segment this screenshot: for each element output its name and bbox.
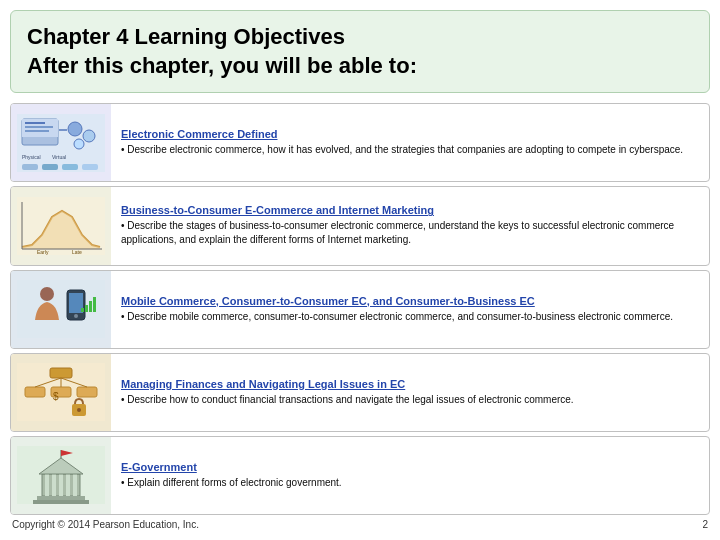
svg-rect-5 — [25, 130, 49, 132]
svg-text:$: $ — [53, 391, 59, 402]
svg-rect-51 — [33, 500, 89, 504]
objective-title-5: E-Government — [121, 461, 699, 473]
svg-rect-47 — [66, 474, 70, 496]
objective-desc-2: • Describe the stages of business-to-con… — [121, 219, 699, 247]
thumbnail-3 — [11, 271, 111, 348]
objective-row-3: Mobile Commerce, Consumer-to-Consumer EC… — [10, 270, 710, 349]
objective-desc-5: • Explain different forms of electronic … — [121, 476, 699, 490]
svg-point-6 — [68, 122, 82, 136]
svg-point-8 — [74, 139, 84, 149]
objective-desc-4: • Describe how to conduct financial tran… — [121, 393, 699, 407]
slide-page: Chapter 4 Learning Objectives After this… — [0, 0, 720, 540]
svg-rect-14 — [62, 164, 78, 170]
svg-rect-3 — [25, 122, 45, 124]
page-number: 2 — [702, 519, 708, 530]
svg-rect-30 — [93, 297, 96, 312]
svg-rect-35 — [77, 387, 97, 397]
svg-rect-27 — [81, 308, 84, 312]
objectives-list: Physical Virtual Electronic Commerce Def… — [10, 103, 710, 515]
svg-point-26 — [74, 314, 78, 318]
svg-rect-50 — [37, 496, 85, 500]
svg-rect-28 — [85, 305, 88, 312]
objective-row-4: $ Managing Finances and Navigating Legal… — [10, 353, 710, 432]
thumbnail-2: Early Late — [11, 187, 111, 264]
svg-rect-48 — [73, 474, 77, 496]
svg-text:Early: Early — [37, 249, 49, 255]
header-title: Chapter 4 Learning Objectives After this… — [27, 23, 693, 80]
objective-content-1: Electronic Commerce Defined • Describe e… — [111, 104, 709, 181]
svg-rect-4 — [25, 126, 53, 128]
svg-point-7 — [83, 130, 95, 142]
objective-title-4: Managing Finances and Navigating Legal I… — [121, 378, 699, 390]
svg-point-23 — [40, 287, 54, 301]
svg-point-41 — [77, 408, 81, 412]
objective-title-2: Business-to-Consumer E-Commerce and Inte… — [121, 204, 699, 216]
objective-content-5: E-Government • Explain different forms o… — [111, 437, 709, 514]
svg-rect-32 — [50, 368, 72, 378]
header-line1: Chapter 4 Learning Objectives — [27, 24, 345, 49]
thumbnail-5 — [11, 437, 111, 514]
svg-rect-12 — [22, 164, 38, 170]
copyright-text: Copyright © 2014 Pearson Education, Inc. — [12, 519, 199, 530]
svg-rect-29 — [89, 301, 92, 312]
svg-rect-13 — [42, 164, 58, 170]
slide-header: Chapter 4 Learning Objectives After this… — [10, 10, 710, 93]
objective-content-3: Mobile Commerce, Consumer-to-Consumer EC… — [111, 271, 709, 348]
objective-row-1: Physical Virtual Electronic Commerce Def… — [10, 103, 710, 182]
svg-rect-15 — [82, 164, 98, 170]
thumbnail-4: $ — [11, 354, 111, 431]
objective-title-1: Electronic Commerce Defined — [121, 128, 699, 140]
slide-footer: Copyright © 2014 Pearson Education, Inc.… — [10, 515, 710, 530]
svg-rect-45 — [52, 474, 56, 496]
svg-rect-44 — [45, 474, 49, 496]
svg-rect-25 — [69, 293, 83, 313]
objective-title-3: Mobile Commerce, Consumer-to-Consumer EC… — [121, 295, 699, 307]
objective-row-5: E-Government • Explain different forms o… — [10, 436, 710, 515]
objective-row-2: Early Late Business-to-Consumer E-Commer… — [10, 186, 710, 265]
svg-text:Late: Late — [72, 249, 82, 255]
objective-desc-1: • Describe electronic commerce, how it h… — [121, 143, 699, 157]
header-line2: After this chapter, you will be able to: — [27, 53, 417, 78]
svg-text:Physical: Physical — [22, 154, 41, 160]
thumbnail-1: Physical Virtual — [11, 104, 111, 181]
svg-rect-46 — [59, 474, 63, 496]
svg-rect-33 — [25, 387, 45, 397]
objective-content-4: Managing Finances and Navigating Legal I… — [111, 354, 709, 431]
objective-content-2: Business-to-Consumer E-Commerce and Inte… — [111, 187, 709, 264]
svg-text:Virtual: Virtual — [52, 154, 66, 160]
objective-desc-3: • Describe mobile commerce, consumer-to-… — [121, 310, 699, 324]
